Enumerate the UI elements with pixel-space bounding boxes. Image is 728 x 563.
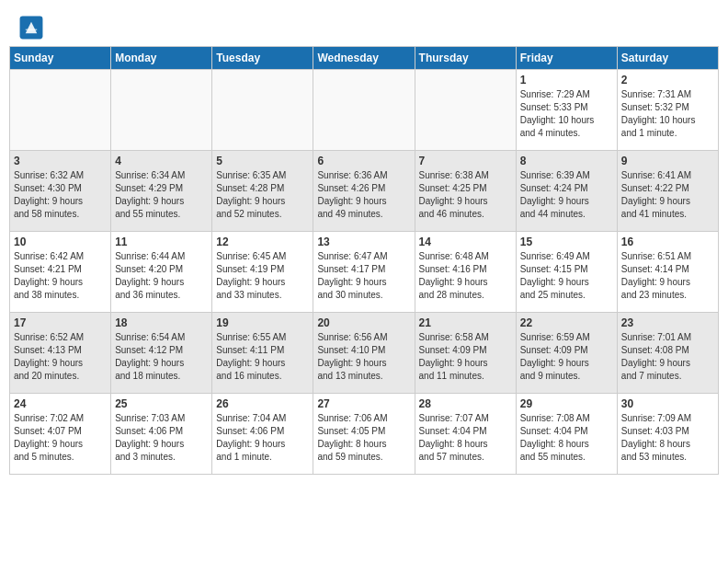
weekday-header: Thursday (415, 47, 516, 70)
day-number: 29 (520, 397, 613, 410)
day-number: 18 (115, 316, 208, 329)
calendar-cell: 17Sunrise: 6:52 AM Sunset: 4:13 PM Dayli… (10, 313, 111, 394)
calendar-cell: 13Sunrise: 6:47 AM Sunset: 4:17 PM Dayli… (313, 232, 415, 313)
calendar-week: 17Sunrise: 6:52 AM Sunset: 4:13 PM Dayli… (10, 313, 719, 394)
calendar-cell: 20Sunrise: 6:56 AM Sunset: 4:10 PM Dayli… (313, 313, 415, 394)
day-number: 12 (216, 236, 309, 248)
day-number: 14 (419, 236, 512, 248)
day-number: 11 (115, 236, 208, 248)
calendar-cell: 25Sunrise: 7:03 AM Sunset: 4:06 PM Dayli… (111, 394, 212, 475)
day-detail: Sunrise: 6:48 AM Sunset: 4:16 PM Dayligh… (419, 250, 512, 302)
day-detail: Sunrise: 6:56 AM Sunset: 4:10 PM Dayligh… (317, 331, 410, 383)
calendar-cell: 14Sunrise: 6:48 AM Sunset: 4:16 PM Dayli… (415, 232, 516, 313)
calendar-cell (111, 70, 212, 151)
day-number: 10 (14, 236, 107, 248)
calendar-cell: 28Sunrise: 7:07 AM Sunset: 4:04 PM Dayli… (415, 394, 516, 475)
svg-rect-2 (26, 29, 37, 31)
day-number: 7 (419, 155, 512, 167)
calendar-cell: 23Sunrise: 7:01 AM Sunset: 4:08 PM Dayli… (617, 313, 718, 394)
day-number: 27 (317, 397, 410, 410)
day-number: 17 (14, 316, 107, 329)
calendar-cell: 21Sunrise: 6:58 AM Sunset: 4:09 PM Dayli… (415, 313, 516, 394)
calendar-week: 3Sunrise: 6:32 AM Sunset: 4:30 PM Daylig… (10, 151, 719, 232)
weekday-header: Sunday (10, 47, 111, 70)
page-header (0, 0, 728, 46)
day-detail: Sunrise: 6:54 AM Sunset: 4:12 PM Dayligh… (115, 331, 208, 383)
day-detail: Sunrise: 6:49 AM Sunset: 4:15 PM Dayligh… (520, 250, 613, 302)
calendar-week: 1Sunrise: 7:29 AM Sunset: 5:33 PM Daylig… (10, 70, 719, 151)
calendar-cell: 12Sunrise: 6:45 AM Sunset: 4:19 PM Dayli… (212, 232, 313, 313)
logo (18, 15, 48, 40)
day-detail: Sunrise: 7:04 AM Sunset: 4:06 PM Dayligh… (216, 412, 309, 464)
calendar-cell: 26Sunrise: 7:04 AM Sunset: 4:06 PM Dayli… (212, 394, 313, 475)
day-detail: Sunrise: 6:55 AM Sunset: 4:11 PM Dayligh… (216, 331, 309, 383)
day-detail: Sunrise: 6:34 AM Sunset: 4:29 PM Dayligh… (115, 169, 208, 221)
day-number: 6 (317, 155, 410, 167)
day-detail: Sunrise: 7:07 AM Sunset: 4:04 PM Dayligh… (419, 412, 512, 464)
day-number: 23 (621, 316, 714, 329)
day-number: 15 (520, 236, 613, 248)
weekday-header: Friday (516, 47, 617, 70)
calendar-cell: 9Sunrise: 6:41 AM Sunset: 4:22 PM Daylig… (617, 151, 718, 232)
day-detail: Sunrise: 7:06 AM Sunset: 4:05 PM Dayligh… (317, 412, 410, 464)
calendar-cell (313, 70, 415, 151)
day-detail: Sunrise: 7:03 AM Sunset: 4:06 PM Dayligh… (115, 412, 208, 464)
day-detail: Sunrise: 6:47 AM Sunset: 4:17 PM Dayligh… (317, 250, 410, 302)
weekday-row: SundayMondayTuesdayWednesdayThursdayFrid… (10, 47, 719, 70)
day-number: 2 (621, 74, 714, 86)
day-number: 5 (216, 155, 309, 167)
day-detail: Sunrise: 6:44 AM Sunset: 4:20 PM Dayligh… (115, 250, 208, 302)
calendar-cell (212, 70, 313, 151)
day-detail: Sunrise: 6:39 AM Sunset: 4:24 PM Dayligh… (520, 169, 613, 221)
day-number: 9 (621, 155, 714, 167)
day-number: 4 (115, 155, 208, 167)
day-number: 3 (14, 155, 107, 167)
calendar-cell: 18Sunrise: 6:54 AM Sunset: 4:12 PM Dayli… (111, 313, 212, 394)
day-detail: Sunrise: 6:41 AM Sunset: 4:22 PM Dayligh… (621, 169, 714, 221)
calendar-cell (415, 70, 516, 151)
day-number: 21 (419, 316, 512, 329)
weekday-header: Saturday (617, 47, 718, 70)
calendar-cell: 16Sunrise: 6:51 AM Sunset: 4:14 PM Dayli… (617, 232, 718, 313)
day-number: 20 (317, 316, 410, 329)
day-detail: Sunrise: 6:38 AM Sunset: 4:25 PM Dayligh… (419, 169, 512, 221)
calendar-cell: 11Sunrise: 6:44 AM Sunset: 4:20 PM Dayli… (111, 232, 212, 313)
calendar-cell: 2Sunrise: 7:31 AM Sunset: 5:32 PM Daylig… (617, 70, 718, 151)
day-detail: Sunrise: 7:08 AM Sunset: 4:04 PM Dayligh… (520, 412, 613, 464)
day-detail: Sunrise: 7:31 AM Sunset: 5:32 PM Dayligh… (621, 88, 714, 140)
day-detail: Sunrise: 6:32 AM Sunset: 4:30 PM Dayligh… (14, 169, 107, 221)
calendar-cell: 24Sunrise: 7:02 AM Sunset: 4:07 PM Dayli… (10, 394, 111, 475)
calendar-cell: 5Sunrise: 6:35 AM Sunset: 4:28 PM Daylig… (212, 151, 313, 232)
day-detail: Sunrise: 6:59 AM Sunset: 4:09 PM Dayligh… (520, 331, 613, 383)
day-number: 28 (419, 397, 512, 410)
calendar-cell: 15Sunrise: 6:49 AM Sunset: 4:15 PM Dayli… (516, 232, 617, 313)
day-number: 1 (520, 74, 613, 86)
calendar-cell: 29Sunrise: 7:08 AM Sunset: 4:04 PM Dayli… (516, 394, 617, 475)
day-detail: Sunrise: 7:01 AM Sunset: 4:08 PM Dayligh… (621, 331, 714, 383)
day-detail: Sunrise: 6:35 AM Sunset: 4:28 PM Dayligh… (216, 169, 309, 221)
day-detail: Sunrise: 6:58 AM Sunset: 4:09 PM Dayligh… (419, 331, 512, 383)
day-number: 13 (317, 236, 410, 248)
day-detail: Sunrise: 6:51 AM Sunset: 4:14 PM Dayligh… (621, 250, 714, 302)
day-number: 30 (621, 397, 714, 410)
day-detail: Sunrise: 7:02 AM Sunset: 4:07 PM Dayligh… (14, 412, 107, 464)
day-number: 26 (216, 397, 309, 410)
calendar-week: 10Sunrise: 6:42 AM Sunset: 4:21 PM Dayli… (10, 232, 719, 313)
calendar-cell: 30Sunrise: 7:09 AM Sunset: 4:03 PM Dayli… (617, 394, 718, 475)
calendar-body: 1Sunrise: 7:29 AM Sunset: 5:33 PM Daylig… (10, 70, 719, 475)
calendar-cell: 4Sunrise: 6:34 AM Sunset: 4:29 PM Daylig… (111, 151, 212, 232)
calendar-table: SundayMondayTuesdayWednesdayThursdayFrid… (9, 46, 719, 475)
calendar-cell: 27Sunrise: 7:06 AM Sunset: 4:05 PM Dayli… (313, 394, 415, 475)
weekday-header: Tuesday (212, 47, 313, 70)
calendar-cell: 8Sunrise: 6:39 AM Sunset: 4:24 PM Daylig… (516, 151, 617, 232)
day-detail: Sunrise: 6:42 AM Sunset: 4:21 PM Dayligh… (14, 250, 107, 302)
day-number: 25 (115, 397, 208, 410)
day-detail: Sunrise: 6:45 AM Sunset: 4:19 PM Dayligh… (216, 250, 309, 302)
calendar-cell: 22Sunrise: 6:59 AM Sunset: 4:09 PM Dayli… (516, 313, 617, 394)
calendar-cell: 1Sunrise: 7:29 AM Sunset: 5:33 PM Daylig… (516, 70, 617, 151)
day-detail: Sunrise: 7:09 AM Sunset: 4:03 PM Dayligh… (621, 412, 714, 464)
calendar-cell: 6Sunrise: 6:36 AM Sunset: 4:26 PM Daylig… (313, 151, 415, 232)
calendar-week: 24Sunrise: 7:02 AM Sunset: 4:07 PM Dayli… (10, 394, 719, 475)
calendar-cell (10, 70, 111, 151)
calendar: SundayMondayTuesdayWednesdayThursdayFrid… (0, 46, 728, 484)
